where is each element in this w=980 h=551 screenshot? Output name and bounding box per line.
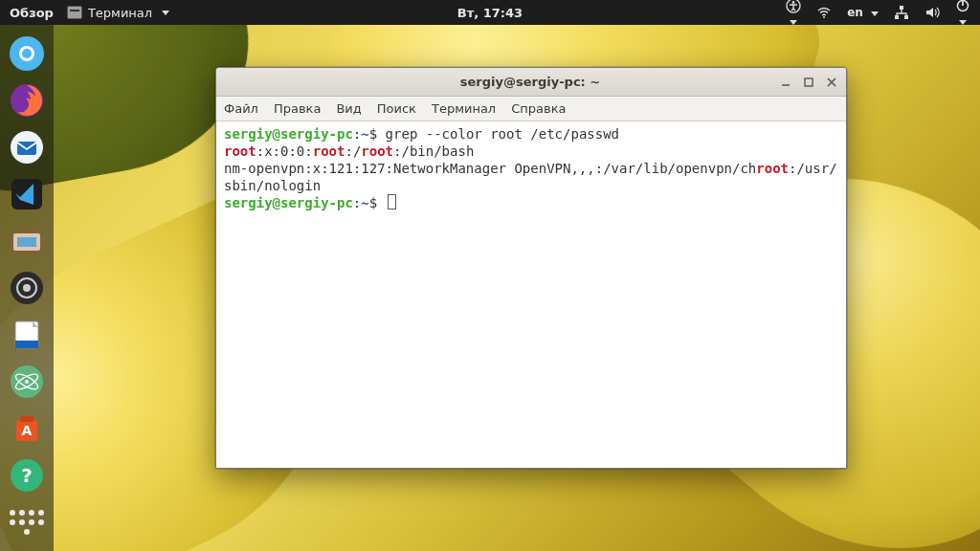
svg-point-19 bbox=[23, 284, 31, 292]
power-icon[interactable] bbox=[955, 0, 970, 28]
menubar: Файл Правка Вид Поиск Терминал Справка bbox=[216, 97, 846, 121]
wifi-icon[interactable] bbox=[816, 5, 832, 20]
maximize-button[interactable] bbox=[802, 76, 815, 89]
menu-view[interactable]: Вид bbox=[336, 101, 361, 116]
dock-help[interactable]: ? bbox=[7, 455, 47, 495]
svg-rect-4 bbox=[895, 15, 899, 19]
clock[interactable]: Вт, 17:43 bbox=[457, 6, 523, 20]
svg-point-1 bbox=[792, 1, 795, 4]
svg-rect-21 bbox=[15, 341, 38, 348]
chevron-down-icon bbox=[871, 11, 879, 16]
dock: A ? bbox=[0, 25, 54, 551]
terminal-body[interactable]: sergiy@sergiy-pc:~$ grep --color root /e… bbox=[216, 121, 846, 468]
svg-text:?: ? bbox=[21, 464, 33, 487]
dock-screenshot[interactable] bbox=[7, 222, 47, 261]
cursor bbox=[388, 194, 396, 209]
accessibility-icon[interactable] bbox=[786, 0, 801, 28]
keyboard-layout[interactable]: en bbox=[847, 6, 879, 19]
prompt-user: sergiy@sergiy-pc bbox=[224, 126, 353, 142]
svg-rect-32 bbox=[805, 78, 813, 86]
dock-atom[interactable] bbox=[7, 362, 47, 401]
activities-button[interactable]: Обзор bbox=[10, 6, 54, 20]
svg-point-10 bbox=[22, 49, 32, 58]
dock-software[interactable]: A bbox=[7, 408, 47, 448]
terminal-window: sergiy@sergiy-pc: ~ Файл Правка Вид Поис… bbox=[215, 67, 847, 469]
dock-obs[interactable] bbox=[7, 269, 47, 308]
dock-libreoffice-writer[interactable] bbox=[7, 315, 47, 354]
grep-match: root bbox=[313, 143, 345, 159]
svg-text:A: A bbox=[22, 423, 33, 438]
prompt-path: ~ bbox=[361, 126, 368, 142]
menu-terminal[interactable]: Терминал bbox=[432, 101, 496, 116]
svg-rect-13 bbox=[17, 142, 36, 155]
network-wired-icon[interactable] bbox=[894, 5, 909, 20]
top-panel: Обзор Терминал Вт, 17:43 en bbox=[0, 0, 980, 25]
command-text: grep --color root /etc/passwd bbox=[386, 126, 619, 142]
app-menu-label: Терминал bbox=[88, 6, 152, 20]
terminal-appicon bbox=[67, 6, 82, 19]
grep-match: root bbox=[361, 143, 393, 159]
chevron-down-icon bbox=[790, 20, 797, 25]
svg-rect-16 bbox=[17, 237, 36, 247]
titlebar[interactable]: sergiy@sergiy-pc: ~ bbox=[216, 68, 846, 97]
dock-thunderbird[interactable] bbox=[7, 128, 47, 167]
dock-firefox[interactable] bbox=[7, 81, 47, 121]
chevron-down-icon bbox=[162, 11, 169, 15]
menu-help[interactable]: Справка bbox=[511, 101, 566, 116]
volume-icon[interactable] bbox=[924, 5, 940, 20]
menu-search[interactable]: Поиск bbox=[377, 101, 416, 116]
grep-match: root bbox=[224, 143, 256, 159]
menu-file[interactable]: Файл bbox=[224, 101, 258, 116]
show-applications[interactable] bbox=[7, 502, 47, 541]
menu-edit[interactable]: Правка bbox=[274, 101, 321, 116]
app-menu[interactable]: Терминал bbox=[67, 6, 169, 20]
window-title: sergiy@sergiy-pc: ~ bbox=[281, 75, 779, 89]
minimize-button[interactable] bbox=[779, 76, 792, 89]
svg-rect-5 bbox=[904, 15, 908, 19]
prompt-path: ~ bbox=[361, 195, 368, 210]
svg-point-25 bbox=[25, 380, 29, 384]
dock-vscode[interactable] bbox=[7, 175, 47, 214]
chevron-down-icon bbox=[959, 20, 967, 25]
svg-point-2 bbox=[823, 16, 825, 18]
svg-rect-27 bbox=[20, 416, 33, 422]
prompt-user: sergiy@sergiy-pc bbox=[224, 195, 353, 210]
dock-chromium[interactable] bbox=[7, 34, 47, 74]
close-button[interactable] bbox=[825, 76, 838, 89]
grep-match: root bbox=[756, 161, 789, 176]
svg-rect-3 bbox=[900, 6, 903, 10]
